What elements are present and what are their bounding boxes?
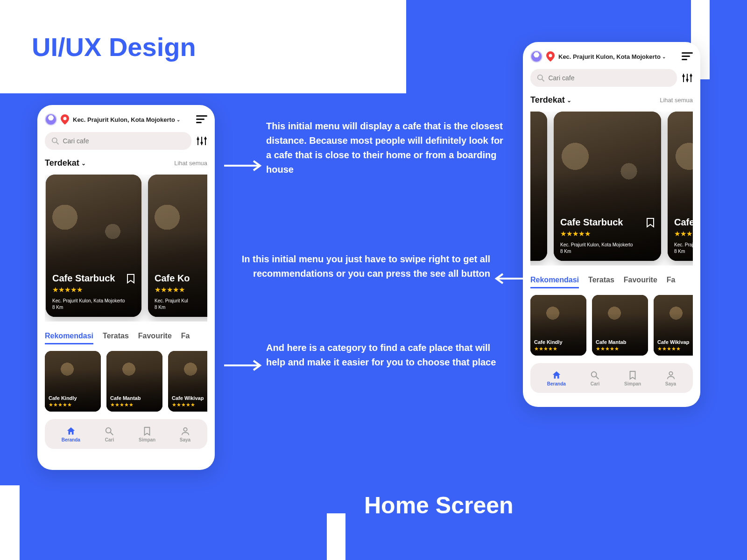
big-card-carousel[interactable]: erto Cafe Starbuck ★★★★★ Kec. Prajurit K… bbox=[530, 112, 693, 266]
tab-favourite[interactable]: Favourite bbox=[624, 276, 657, 288]
menu-icon[interactable] bbox=[682, 52, 693, 61]
rating-stars: ★★★★★ bbox=[52, 286, 135, 294]
svg-line-16 bbox=[111, 432, 113, 435]
page-title: UI/UX Design bbox=[32, 32, 196, 62]
phone-mockup-right: Kec. Prajurit Kulon, Kota Mojokerto⌄ Ter… bbox=[523, 42, 700, 407]
cafe-title: Cafe Wikivap bbox=[172, 395, 207, 401]
nav-label: Beranda bbox=[547, 381, 566, 386]
section-header: Terdekat⌄ Lihat semua bbox=[45, 158, 207, 168]
nav-simpan[interactable]: Simpan bbox=[624, 370, 641, 386]
rating-stars: ★★★★★ bbox=[49, 402, 97, 408]
location-text: Kec. Prajurit Kulon, Kota Mojokerto bbox=[558, 53, 661, 60]
cafe-title: Cafe bbox=[674, 217, 693, 228]
small-card-row[interactable]: Cafe Kindly★★★★★ Cafe Mantab★★★★★ Cafe W… bbox=[530, 295, 693, 356]
cafe-card[interactable]: erto bbox=[530, 112, 547, 261]
rating-stars: ★★★★★ bbox=[534, 346, 583, 352]
cafe-card[interactable]: Cafe Starbuck ★★★★★ Kec. Prajurit Kulon,… bbox=[554, 112, 661, 261]
nav-label: Saya bbox=[665, 381, 676, 386]
search-icon bbox=[51, 137, 59, 145]
bookmark-icon[interactable] bbox=[127, 273, 135, 284]
avatar[interactable] bbox=[45, 113, 57, 126]
tab-teratas[interactable]: Teratas bbox=[103, 332, 129, 344]
search-box[interactable] bbox=[530, 69, 677, 87]
bookmark-icon bbox=[627, 370, 638, 380]
location-text: Kec. Prajurit Kulon, Kota Mojokerto bbox=[73, 116, 175, 123]
tab-rekomendasi[interactable]: Rekomendasi bbox=[530, 276, 579, 288]
nav-saya[interactable]: Saya bbox=[665, 370, 676, 386]
bookmark-icon[interactable] bbox=[646, 217, 655, 228]
search-input[interactable] bbox=[548, 74, 670, 82]
section-dropdown[interactable]: Terdekat⌄ bbox=[45, 158, 86, 168]
search-row bbox=[45, 132, 207, 150]
tab-extra[interactable]: Fa bbox=[181, 332, 190, 344]
location-selector[interactable]: Kec. Prajurit Kulon, Kota Mojokerto⌄ bbox=[558, 53, 678, 60]
see-all-link[interactable]: Lihat semua bbox=[174, 160, 207, 167]
cafe-small-card[interactable]: Cafe Kindly★★★★★ bbox=[530, 295, 586, 356]
filter-icon[interactable] bbox=[196, 136, 207, 146]
nav-label: Saya bbox=[180, 437, 190, 442]
nav-simpan[interactable]: Simpan bbox=[139, 426, 155, 442]
svg-point-17 bbox=[183, 427, 187, 431]
section-title: Terdekat bbox=[530, 95, 565, 105]
bg-block bbox=[0, 485, 20, 560]
nav-beranda[interactable]: Beranda bbox=[547, 370, 566, 386]
arrow-3 bbox=[222, 358, 264, 372]
cafe-small-card[interactable]: Cafe Mantab★★★★★ bbox=[106, 351, 162, 412]
location-selector[interactable]: Kec. Prajurit Kulon, Kota Mojokerto⌄ bbox=[73, 116, 192, 123]
search-row bbox=[530, 69, 693, 87]
svg-line-31 bbox=[596, 376, 599, 379]
cafe-title: Cafe Ko bbox=[155, 273, 190, 284]
svg-point-22 bbox=[538, 75, 543, 80]
svg-rect-20 bbox=[682, 56, 690, 57]
svg-rect-21 bbox=[682, 59, 687, 60]
cafe-address: Kec. Prajurit Kul bbox=[155, 298, 207, 304]
nav-beranda[interactable]: Beranda bbox=[62, 426, 80, 442]
location-pin-icon bbox=[61, 114, 69, 125]
nav-label: Cari bbox=[591, 381, 599, 386]
cafe-card[interactable]: Cafe ★★★ Kec. Praj 8 Km bbox=[668, 112, 693, 261]
svg-rect-19 bbox=[682, 52, 693, 54]
svg-line-23 bbox=[542, 79, 544, 82]
cafe-title: Cafe Wikivap bbox=[657, 339, 693, 345]
chevron-down-icon: ⌄ bbox=[662, 54, 666, 59]
see-all-link[interactable]: Lihat semua bbox=[660, 97, 693, 104]
svg-point-14 bbox=[204, 138, 207, 140]
search-icon bbox=[104, 426, 114, 436]
cafe-small-card[interactable]: Cafe Kindly★★★★★ bbox=[45, 351, 101, 412]
nav-cari[interactable]: Cari bbox=[590, 370, 600, 386]
cafe-small-card[interactable]: Cafe Mantab★★★★★ bbox=[592, 295, 648, 356]
header: Kec. Prajurit Kulon, Kota Mojokerto⌄ bbox=[530, 50, 693, 63]
page-subtitle: Home Screen bbox=[364, 492, 514, 519]
small-card-row[interactable]: Cafe Kindly★★★★★ Cafe Mantab★★★★★ Cafe W… bbox=[45, 351, 207, 412]
rating-stars: ★★★★★ bbox=[560, 230, 655, 238]
tab-favourite[interactable]: Favourite bbox=[138, 332, 172, 344]
cafe-address: erto bbox=[530, 248, 541, 255]
nav-label: Simpan bbox=[139, 437, 155, 442]
tab-rekomendasi[interactable]: Rekomendasi bbox=[45, 332, 93, 344]
cafe-small-card[interactable]: Cafe Wikivap★★★★★ bbox=[654, 295, 693, 356]
search-input[interactable] bbox=[63, 137, 185, 145]
section-dropdown[interactable]: Terdekat⌄ bbox=[530, 95, 571, 105]
phone-mockup-left: Kec. Prajurit Kulon, Kota Mojokerto⌄ Ter… bbox=[37, 105, 215, 470]
cafe-card[interactable]: Cafe Ko ★★★★★ Kec. Prajurit Kul 8 Km bbox=[148, 175, 207, 317]
search-box[interactable] bbox=[45, 132, 191, 150]
cafe-small-card[interactable]: Cafe Wikivap★★★★★ bbox=[168, 351, 207, 412]
chevron-down-icon: ⌄ bbox=[81, 160, 86, 167]
nav-saya[interactable]: Saya bbox=[180, 426, 190, 442]
location-pin-icon bbox=[546, 51, 555, 62]
tab-extra[interactable]: Fa bbox=[667, 276, 676, 288]
menu-icon[interactable] bbox=[196, 115, 207, 124]
cafe-distance: 8 Km bbox=[52, 304, 135, 311]
header: Kec. Prajurit Kulon, Kota Mojokerto⌄ bbox=[45, 113, 207, 126]
cafe-card[interactable]: Cafe Starbuck ★★★★★ Kec. Prajurit Kulon,… bbox=[46, 175, 141, 317]
svg-point-28 bbox=[686, 79, 689, 81]
nav-cari[interactable]: Cari bbox=[104, 426, 114, 442]
cafe-address: Kec. Prajurit Kulon, Kota Mojokerto bbox=[560, 242, 655, 248]
tab-teratas[interactable]: Teratas bbox=[588, 276, 614, 288]
avatar[interactable] bbox=[530, 50, 543, 63]
bottom-nav: Beranda Cari Simpan Saya bbox=[45, 419, 207, 449]
big-card-carousel[interactable]: Cafe Starbuck ★★★★★ Kec. Prajurit Kulon,… bbox=[45, 175, 207, 322]
annotation-3: And here is a category to find a cafe pl… bbox=[266, 341, 504, 370]
nav-label: Simpan bbox=[624, 381, 641, 386]
filter-icon[interactable] bbox=[682, 73, 693, 83]
